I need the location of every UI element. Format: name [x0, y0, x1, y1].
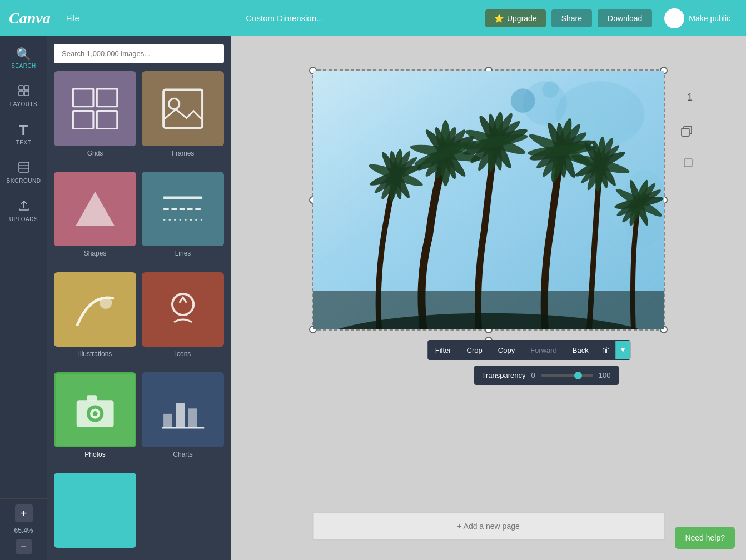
canvas-wrapper: 1 — [312, 69, 665, 331]
make-public-button[interactable]: Make public — [658, 4, 737, 33]
transparency-thumb[interactable] — [574, 372, 582, 379]
svg-rect-4 — [19, 162, 29, 172]
element-card-bottom[interactable] — [54, 473, 136, 553]
sidebar-item-search-label: SeaRcH — [11, 63, 36, 69]
shapes-thumb — [54, 172, 136, 247]
sidebar-item-search[interactable]: 🔍 SeaRcH — [0, 41, 47, 77]
lines-label: Lines — [175, 246, 191, 261]
element-card-grids[interactable]: Grids — [54, 71, 136, 166]
forward-button[interactable]: Forward — [523, 341, 565, 360]
search-icon: 🔍 — [16, 48, 32, 61]
transparency-label: Transparency — [482, 371, 526, 379]
upgrade-button[interactable]: ⭐ Upgrade — [485, 9, 546, 27]
element-card-shapes[interactable]: Shapes — [54, 172, 136, 267]
svg-point-21 — [92, 411, 97, 416]
zoom-minus-button[interactable]: − — [16, 539, 32, 554]
sidebar-item-background-label: BKGROUND — [7, 178, 41, 184]
element-card-lines[interactable]: Lines — [142, 172, 224, 267]
search-input[interactable] — [54, 44, 224, 63]
grids-thumb — [54, 71, 136, 146]
background-icon — [18, 161, 30, 176]
svg-rect-1 — [24, 86, 29, 90]
svg-rect-8 — [97, 88, 117, 106]
element-card-photos[interactable]: Photos — [54, 372, 136, 467]
transparency-bar: Transparency 0 100 — [474, 366, 619, 385]
avatar — [664, 8, 684, 28]
transparency-min: 0 — [531, 371, 535, 379]
dropdown-button[interactable]: ▼ — [615, 341, 631, 359]
sidebar-item-layouts[interactable]: LAYOUTS — [0, 77, 47, 115]
copy-button[interactable]: Copy — [490, 341, 523, 360]
sidebar-item-uploads-label: UPLOADS — [9, 216, 38, 222]
sidebar-item-background[interactable]: BKGROUND — [0, 153, 47, 192]
element-card-frames[interactable]: Frames — [142, 71, 224, 166]
crop-button[interactable]: Crop — [459, 341, 490, 360]
element-card-charts[interactable]: Charts — [142, 372, 224, 467]
main-layout: 🔍 SeaRcH LAYOUTS T TEXT — [0, 36, 746, 560]
element-card-illustrations[interactable]: Illustrations — [54, 272, 136, 367]
canvas-image-container[interactable]: Filter Crop Copy Forward Back 🗑 ▼ Transp… — [312, 69, 665, 331]
svg-rect-82 — [313, 291, 664, 329]
page-number: 1 — [687, 92, 693, 103]
frames-label: Frames — [172, 146, 195, 161]
sidebar-item-uploads[interactable]: UPLOADS — [0, 192, 47, 230]
star-icon: ⭐ — [494, 14, 504, 23]
svg-point-34 — [542, 81, 559, 98]
svg-rect-23 — [163, 414, 172, 428]
copy-canvas-icon[interactable] — [680, 125, 693, 140]
transparency-max: 100 — [599, 371, 611, 379]
element-panel: Grids Frames — [47, 36, 231, 560]
svg-rect-25 — [188, 408, 197, 428]
icon-sidebar: 🔍 SeaRcH LAYOUTS T TEXT — [0, 36, 47, 560]
app-logo: Canva — [9, 9, 51, 27]
svg-rect-28 — [684, 159, 692, 167]
svg-rect-2 — [19, 91, 23, 96]
layouts-icon — [18, 84, 30, 99]
context-toolbar: Filter Crop Copy Forward Back 🗑 ▼ — [427, 340, 631, 360]
icons-label: Icons — [175, 347, 191, 361]
shapes-label: Shapes — [84, 246, 107, 261]
svg-rect-24 — [176, 403, 185, 428]
bottom-thumb — [54, 473, 136, 548]
back-button[interactable]: Back — [565, 341, 596, 360]
navbar: Canva File Custom Dimension... ⭐ Upgrade… — [0, 0, 746, 36]
canvas-image — [313, 71, 664, 329]
share-button[interactable]: Share — [551, 9, 592, 27]
svg-rect-27 — [682, 128, 689, 136]
icons-thumb — [142, 272, 224, 347]
svg-point-16 — [100, 297, 112, 309]
sidebar-bottom: + 65.4% − — [0, 498, 47, 560]
svg-rect-9 — [73, 111, 93, 128]
search-bar — [47, 36, 231, 71]
file-menu[interactable]: File — [62, 11, 84, 25]
uploads-icon — [18, 199, 30, 214]
navbar-center: Custom Dimension... — [91, 13, 479, 23]
need-help-button[interactable]: Need help? — [675, 527, 735, 549]
charts-thumb — [142, 372, 224, 447]
svg-rect-0 — [19, 86, 23, 90]
illustrations-label: Illustrations — [78, 347, 112, 361]
delete-button[interactable]: 🗑 — [596, 340, 615, 360]
svg-point-12 — [169, 98, 180, 109]
transparency-slider[interactable] — [541, 374, 593, 377]
grids-label: Grids — [87, 146, 103, 161]
elements-grid: Grids Frames — [47, 71, 231, 560]
illustrations-thumb — [54, 272, 136, 347]
charts-label: Charts — [173, 447, 192, 462]
small-canvas-icon — [684, 158, 693, 169]
filter-button[interactable]: Filter — [427, 341, 459, 360]
svg-point-33 — [511, 88, 535, 113]
svg-rect-22 — [87, 395, 97, 401]
add-element-button[interactable]: + — [15, 504, 33, 522]
zoom-level: 65.4% — [14, 527, 33, 534]
svg-rect-7 — [73, 88, 93, 106]
chevron-down-icon: ▼ — [620, 346, 626, 354]
sidebar-item-text-label: TEXT — [16, 139, 32, 146]
element-card-icons[interactable]: Icons — [142, 272, 224, 367]
document-title: Custom Dimension... — [246, 13, 323, 23]
download-button[interactable]: Download — [598, 9, 652, 27]
add-page-button[interactable]: + Add a new page — [312, 512, 665, 541]
photos-label: Photos — [84, 447, 105, 462]
sidebar-item-text[interactable]: T TEXT — [0, 115, 47, 153]
text-icon: T — [19, 123, 28, 137]
